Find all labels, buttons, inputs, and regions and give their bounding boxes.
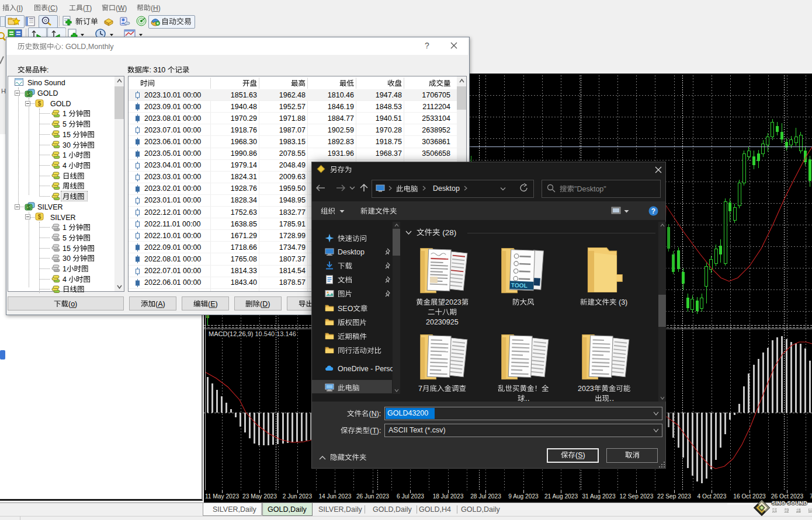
svg-text:$: $	[38, 214, 41, 220]
svg-text:5: 5	[63, 120, 68, 128]
svg-text:1: 1	[63, 110, 68, 118]
svg-text:SILVER: SILVER	[50, 214, 76, 222]
svg-text:20230925: 20230925	[426, 318, 459, 326]
svg-text:(H): (H)	[151, 4, 161, 12]
svg-text:(E): (E)	[208, 300, 218, 308]
svg-text:1: 1	[63, 224, 68, 232]
svg-text:9 Aug 2023: 9 Aug 2023	[508, 493, 539, 500]
svg-text:21 Aug 2023: 21 Aug 2023	[544, 493, 578, 500]
svg-text:TOOL: TOOL	[511, 282, 528, 289]
svg-text:(T):: (T):	[370, 427, 381, 435]
svg-text:$: $	[27, 204, 30, 210]
svg-text:(T): (T)	[83, 4, 92, 12]
svg-text:SINO SOUND: SINO SOUND	[772, 500, 807, 506]
svg-text:14 Jun 2023: 14 Jun 2023	[318, 493, 351, 500]
svg-text:(28): (28)	[440, 228, 457, 237]
svg-text:OneDrive - Perso: OneDrive - Perso	[338, 365, 394, 373]
svg-text:Desktop: Desktop	[338, 248, 365, 256]
svg-text:28 Jul 2023: 28 Jul 2023	[470, 493, 501, 500]
svg-text:$: $	[27, 91, 30, 97]
svg-text:Sino Sound: Sino Sound	[27, 79, 65, 87]
svg-text:SILVER: SILVER	[37, 203, 63, 211]
svg-text:15: 15	[63, 131, 72, 139]
svg-text:1: 1	[63, 151, 68, 159]
svg-text:1: 1	[63, 265, 67, 273]
svg-text:31 Aug 2023: 31 Aug 2023	[582, 493, 616, 500]
svg-text:2023: 2023	[578, 385, 594, 393]
svg-text:(D): (D)	[260, 300, 270, 308]
svg-text:MACD(12,26,9) 10.540 13.146: MACD(12,26,9) 10.540 13.146	[209, 330, 296, 337]
svg-text:4: 4	[63, 162, 68, 170]
svg-text:(S): (S)	[575, 451, 585, 459]
svg-text:$: $	[38, 100, 41, 107]
svg-text:GOLD: GOLD	[37, 89, 58, 97]
svg-text:2 Jun 2023: 2 Jun 2023	[283, 493, 313, 500]
svg-text:?: ?	[651, 207, 655, 215]
svg-text:30: 30	[63, 254, 72, 263]
svg-text:(N):: (N):	[369, 410, 381, 418]
svg-text:23 May 2023: 23 May 2023	[242, 493, 277, 500]
svg-text:26 Jun 2023: 26 Jun 2023	[356, 493, 389, 500]
svg-text:30: 30	[63, 141, 72, 149]
svg-text:22 Sep 2023: 22 Sep 2023	[657, 493, 691, 500]
svg-text:GOLD: GOLD	[50, 100, 71, 108]
svg-text:4: 4	[63, 275, 68, 284]
svg-text:SEO: SEO	[338, 305, 353, 313]
svg-text:15: 15	[63, 245, 72, 253]
svg-text:(I): (I)	[16, 4, 23, 12]
svg-text:(C): (C)	[48, 4, 58, 12]
svg-text:: 310: : 310	[150, 66, 168, 74]
svg-text:(A): (A)	[155, 300, 165, 308]
svg-text:2023: 2023	[445, 298, 461, 306]
svg-text:(3): (3)	[617, 298, 628, 306]
svg-text:"Desktop": "Desktop"	[574, 185, 606, 193]
svg-text:6 Jul 2023: 6 Jul 2023	[397, 493, 424, 500]
svg-text:(W): (W)	[116, 4, 127, 12]
svg-text:7: 7	[418, 385, 422, 393]
svg-text:5: 5	[63, 234, 68, 242]
svg-text:11 May 2023: 11 May 2023	[205, 493, 239, 500]
svg-text:(o): (o)	[68, 300, 77, 308]
svg-text:4 Oct 2023: 4 Oct 2023	[698, 493, 727, 500]
svg-text:12 Sep 2023: 12 Sep 2023	[620, 493, 654, 500]
svg-text::: :	[47, 66, 48, 74]
svg-text:: GOLD,Monthly: : GOLD,Monthly	[61, 43, 114, 51]
svg-text:18 Jul 2023: 18 Jul 2023	[433, 493, 464, 500]
